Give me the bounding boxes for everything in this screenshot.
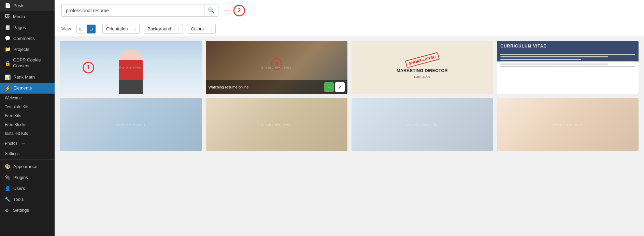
sidebar-item-label: Elements — [13, 85, 32, 91]
photo-5[interactable]: envato elements — [60, 98, 202, 151]
comments-icon: 💬 — [5, 36, 11, 41]
photo-label-2: Watching resume online ＋ ⤢ — [206, 80, 347, 94]
sidebar-sub-free-blocks[interactable]: Free Blocks — [0, 120, 55, 129]
users-icon: 👤 — [5, 186, 11, 191]
photo-label-text-2: Watching resume online — [209, 85, 249, 89]
cv-title: CURRICULUM VITAE — [497, 41, 639, 51]
sidebar-item-settings[interactable]: ⚙ Settings — [0, 205, 55, 216]
plugins-icon: 🔌 — [5, 175, 11, 180]
sidebar-item-projects[interactable]: 📁 Projects — [0, 44, 55, 55]
orientation-chevron: › — [135, 27, 136, 31]
tools-icon: 🔧 — [5, 197, 11, 202]
appearance-icon: 🎨 — [5, 164, 11, 169]
colors-label: Colors — [191, 26, 204, 31]
sidebar-item-label: Rank Math — [13, 74, 35, 80]
sidebar-item-rankmath[interactable]: 📊 Rank Math — [0, 72, 55, 83]
photo-action-buttons: ＋ ⤢ — [324, 82, 345, 92]
cv-line — [500, 54, 635, 55]
posts-icon: 📄 — [5, 3, 11, 8]
photo-6[interactable]: envato elements — [206, 98, 347, 151]
photo-2[interactable]: envato elements Watching resume online ＋… — [206, 41, 347, 94]
sidebar-item-comments[interactable]: 💬 Comments — [0, 33, 55, 44]
sidebar-item-tools[interactable]: 🔧 Tools — [0, 194, 55, 205]
photo-3[interactable]: SHORT-LISTED MARKETING DIRECTOR Date: 31… — [352, 41, 493, 94]
photo-7[interactable]: envato elements — [352, 98, 493, 151]
main-content: 🔍 ← 2 View ⊞ ⊟ Orientation › Background … — [55, 0, 644, 236]
sidebar-item-posts[interactable]: 📄 Posts — [0, 0, 55, 11]
sidebar-item-label: Projects — [13, 47, 29, 52]
background-chevron: › — [178, 27, 180, 31]
projects-icon: 📁 — [5, 46, 11, 52]
grid-view-button[interactable]: ⊞ — [76, 25, 85, 33]
cv-line — [500, 56, 608, 57]
cv-line — [500, 59, 581, 60]
sidebar-item-label: Posts — [13, 3, 25, 8]
sidebar-item-pages[interactable]: 📋 Pages — [0, 22, 55, 33]
photo-4[interactable]: CURRICULUM VITAE envato elements — [497, 41, 639, 94]
cv-document: CURRICULUM VITAE — [497, 41, 639, 94]
sidebar-item-users[interactable]: 👤 Users — [0, 183, 55, 194]
photo-1[interactable]: envato elements 1 — [60, 41, 202, 94]
annotation-arrow: ← — [224, 6, 231, 14]
search-input[interactable] — [62, 5, 204, 16]
annotation-2-group: ← 2 — [224, 5, 245, 16]
expand-photo-button[interactable]: ⤢ — [335, 82, 345, 92]
installed-kits-label: Installed Kits — [5, 131, 28, 136]
gdpr-icon: 🔒 — [5, 60, 10, 66]
sidebar-item-media[interactable]: 🖼 Media — [0, 11, 55, 22]
photo-grid-wrapper: envato elements 1 envato elements Watchi… — [55, 37, 644, 236]
sidebar-item-label: Settings — [13, 208, 29, 213]
sidebar-item-appearance[interactable]: 🎨 Appearance — [0, 161, 55, 172]
pages-icon: 📋 — [5, 25, 11, 30]
resume-date: Date: 31/06 — [414, 75, 430, 79]
large-grid-view-button[interactable]: ⊟ — [87, 25, 96, 33]
settings-sub-label: Settings — [5, 151, 19, 156]
colors-chevron: › — [211, 27, 212, 31]
search-icon: 🔍 — [208, 8, 215, 13]
sidebar-item-elements[interactable]: ⚡ Elements — [0, 83, 55, 94]
sidebar-item-label: Comments — [13, 36, 35, 41]
colors-filter[interactable]: Colors › — [187, 24, 215, 34]
filter-bar: View ⊞ ⊟ Orientation › Background › Colo… — [55, 21, 644, 37]
add-photo-button[interactable]: ＋ — [324, 82, 334, 92]
sidebar-item-label: Appearance — [13, 164, 37, 169]
orientation-filter[interactable]: Orientation › — [102, 24, 140, 34]
sidebar-item-label: Pages — [13, 25, 26, 30]
cv-line — [500, 64, 608, 65]
photo-8[interactable]: envato elements — [497, 98, 639, 151]
search-button[interactable]: 🔍 — [204, 4, 218, 16]
expand-icon: ⤢ — [338, 85, 342, 90]
sidebar-sub-settings[interactable]: Settings — [0, 149, 55, 158]
add-icon: ＋ — [327, 84, 331, 90]
sidebar-item-gdpr[interactable]: 🔒 GDPR Cookie Consent — [0, 55, 55, 72]
photos-arrow-annotation: ← — [20, 140, 26, 147]
orientation-label: Orientation — [106, 26, 128, 31]
sidebar-item-plugins[interactable]: 🔌 Plugins — [0, 172, 55, 183]
photos-label: Photos — [5, 141, 17, 146]
search-box: 🔍 — [61, 4, 218, 17]
sidebar-item-label: Tools — [13, 197, 24, 202]
sidebar-sub-photos[interactable]: Photos ← — [0, 138, 55, 149]
sidebar-sub-free-kits[interactable]: Free Kits — [0, 111, 55, 120]
rankmath-icon: 📊 — [5, 74, 11, 80]
resume-role: MARKETING DIRECTOR — [397, 68, 448, 73]
sidebar: 📄 Posts 🖼 Media 📋 Pages 💬 Comments 📁 Pro… — [0, 0, 55, 236]
sidebar-sub-template-kits[interactable]: Template Kits — [0, 102, 55, 111]
sidebar-item-label: Media — [13, 14, 25, 19]
annotation-circle-2: 2 — [233, 5, 245, 16]
cv-line — [500, 66, 635, 67]
sidebar-sub-welcome[interactable]: Welcome — [0, 94, 55, 102]
background-filter[interactable]: Background › — [144, 24, 183, 34]
photo-grid: envato elements 1 envato elements Watchi… — [60, 41, 639, 151]
resume-stamp: SHORT-LISTED — [405, 52, 439, 68]
background-label: Background — [147, 26, 171, 31]
view-label: View — [61, 26, 71, 31]
settings-icon: ⚙ — [5, 208, 10, 213]
sidebar-item-label: Users — [13, 186, 25, 191]
cv-lines — [497, 51, 639, 70]
sidebar-sub-installed-kits[interactable]: Installed Kits — [0, 129, 55, 138]
welcome-label: Welcome — [5, 96, 22, 100]
template-kits-label: Template Kits — [5, 105, 29, 109]
media-icon: 🖼 — [5, 14, 10, 19]
free-kits-label: Free Kits — [5, 113, 21, 118]
